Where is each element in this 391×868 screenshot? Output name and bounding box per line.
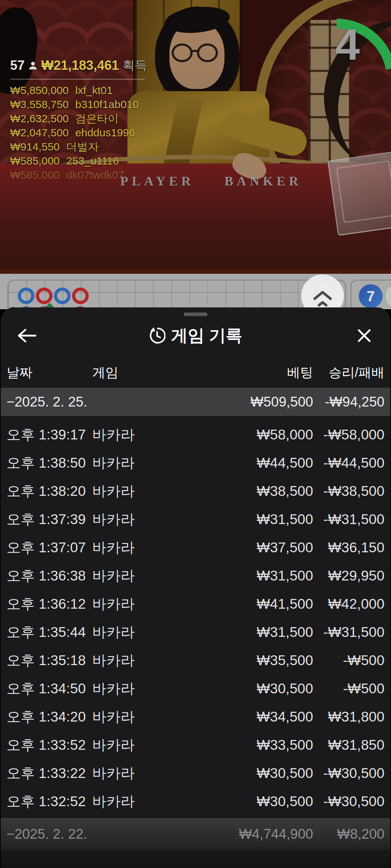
row-result: -₩30,500 [323, 787, 384, 816]
row-game: 바카라 [92, 590, 135, 618]
row-time: 오후 1:39:17 [7, 421, 86, 449]
row-bet: ₩58,000 [257, 421, 313, 449]
row-game: 바카라 [92, 759, 135, 787]
close-button[interactable] [354, 326, 374, 346]
road-cell-ring [54, 288, 71, 304]
winners-total-amount: ₩21,183,461 [41, 58, 119, 73]
row-time: 오후 1:35:18 [7, 646, 86, 675]
row-time: 오후 1:35:44 [7, 618, 86, 646]
table-row: 오후 1:34:20바카라₩34,500₩31,800 [1, 703, 390, 731]
history-rows: 오후 1:39:17바카라₩58,000-₩58,000 오후 1:38:50바… [1, 421, 390, 816]
group-header-feb22[interactable]: −2025. 2. 22. ₩4,744,900 ₩8,200 [1, 818, 390, 850]
roadmap-top-bar [0, 269, 391, 274]
row-result: ₩31,800 [328, 703, 384, 731]
row-game: 바카라 [92, 675, 135, 703]
streak-badge-blue: 7 [359, 284, 383, 308]
road-cell-ring [36, 288, 52, 304]
winner-amount: ₩914,550 [10, 141, 60, 153]
row-time: 오후 1:34:20 [7, 703, 86, 731]
winner-amount: ₩585,000 [10, 155, 60, 167]
row-result: -₩44,500 [323, 449, 384, 477]
row-bet: ₩31,500 [257, 562, 313, 590]
sheet-title: 게임 기록 [171, 324, 243, 347]
live-video: PLAYER BANKER 57 ₩21,183,461 획득 ₩5,850,0… [0, 0, 391, 269]
group-winloss-total: -₩94,250 [325, 388, 384, 416]
row-result: -₩500 [343, 675, 384, 703]
winner-amount: ₩2,632,500 [10, 112, 69, 124]
row-result: -₩30,500 [323, 759, 384, 787]
row-game: 바카라 [92, 787, 135, 816]
sheet-title-wrap: 게임 기록 [1, 320, 390, 351]
baccarat-roadmap-strip: 7 [0, 269, 391, 309]
row-bet: ₩31,500 [257, 505, 313, 533]
countdown-number: 4 [319, 22, 377, 67]
row-time: 오후 1:32:52 [7, 787, 86, 816]
group-header-feb25[interactable]: −2025. 2. 25. ₩509,500 -₩94,250 [1, 388, 390, 416]
winners-list: ₩5,850,000lxf_kt01 ₩3,558,750b310f1ab010… [10, 83, 147, 182]
winner-amount: ₩3,558,750 [10, 98, 69, 110]
person-icon [28, 61, 38, 70]
row-result: -₩31,500 [323, 618, 384, 646]
winner-name: lxf_kt01 [75, 84, 113, 96]
row-game: 바카라 [92, 731, 135, 759]
row-game: 바카라 [92, 562, 135, 590]
winners-panel: 57 ₩21,183,461 획득 ₩5,850,000lxf_kt01 ₩3,… [10, 57, 147, 182]
row-time: 오후 1:36:12 [7, 590, 86, 618]
table-row: 오후 1:38:20바카라₩38,500-₩38,500 [1, 477, 390, 505]
row-result: ₩31,850 [328, 731, 384, 759]
winner-amount: ₩2,047,500 [10, 127, 69, 139]
row-game: 바카라 [92, 703, 135, 731]
streak-badge-green [386, 284, 391, 308]
history-icon [149, 327, 165, 344]
winner-item: ₩2,632,500검은타이 [10, 111, 147, 125]
sheet-header: 게임 기록 [1, 320, 390, 351]
row-bet: ₩31,500 [257, 618, 313, 646]
table-row: 오후 1:37:39바카라₩31,500-₩31,500 [1, 505, 390, 533]
winners-divider [10, 79, 145, 80]
winner-amount: ₩5,850,000 [10, 84, 69, 96]
row-bet: ₩44,500 [257, 449, 313, 477]
group-date: −2025. 2. 25. [7, 388, 87, 416]
streak-badges-panel: 7 [350, 280, 391, 309]
row-bet: ₩41,500 [257, 590, 313, 618]
game-history-sheet: 게임 기록 날짜 게임 베팅 승리/패배 −2025. 2. 25. ₩509,… [1, 307, 390, 868]
road-cell-ring [18, 288, 34, 304]
row-bet: ₩34,500 [257, 703, 313, 731]
row-game: 바카라 [92, 505, 135, 533]
winner-item: ₩5,850,000lxf_kt01 [10, 83, 147, 97]
row-game: 바카라 [92, 477, 135, 505]
row-bet: ₩30,500 [257, 787, 313, 816]
winners-total-suffix: 획득 [122, 57, 147, 74]
row-result: -₩58,000 [323, 421, 384, 449]
winner-count: 57 [10, 58, 25, 73]
row-result: ₩36,150 [328, 533, 384, 562]
winner-amount: ₩585,000 [10, 169, 60, 181]
row-bet: ₩33,500 [257, 731, 313, 759]
winner-name: b310f1ab010 [75, 98, 139, 110]
winner-name: ehddus1996 [75, 127, 135, 139]
table-row: 오후 1:33:22바카라₩30,500-₩30,500 [1, 759, 390, 787]
row-bet: ₩30,500 [257, 675, 313, 703]
table-row: 오후 1:37:07바카라₩37,500₩36,150 [1, 533, 390, 562]
row-time: 오후 1:33:22 [7, 759, 86, 787]
row-result: -₩500 [343, 646, 384, 675]
row-bet: ₩35,500 [257, 646, 313, 675]
group-bet-total: ₩509,500 [251, 388, 313, 416]
chevron-up-icon [310, 285, 336, 307]
sheet-bottom-area [1, 850, 390, 868]
group-winloss-total: ₩8,200 [337, 818, 384, 850]
winner-item: ₩585,000253_u1116 [10, 154, 147, 168]
winner-name: dk07twdk07 [66, 169, 124, 181]
row-time: 오후 1:37:07 [7, 533, 86, 562]
table-row: 오후 1:35:44바카라₩31,500-₩31,500 [1, 618, 390, 646]
winner-item: ₩914,550더벌자 [10, 140, 147, 154]
table-row: 오후 1:36:38바카라₩31,500₩29,950 [1, 562, 390, 590]
row-time: 오후 1:38:20 [7, 477, 86, 505]
row-result: -₩38,500 [323, 477, 384, 505]
drag-handle[interactable] [184, 312, 207, 316]
row-time: 오후 1:38:50 [7, 449, 86, 477]
row-bet: ₩38,500 [257, 477, 313, 505]
table-row: 오후 1:38:50바카라₩44,500-₩44,500 [1, 449, 390, 477]
row-game: 바카라 [92, 533, 135, 562]
winner-name: 더벌자 [66, 141, 99, 153]
